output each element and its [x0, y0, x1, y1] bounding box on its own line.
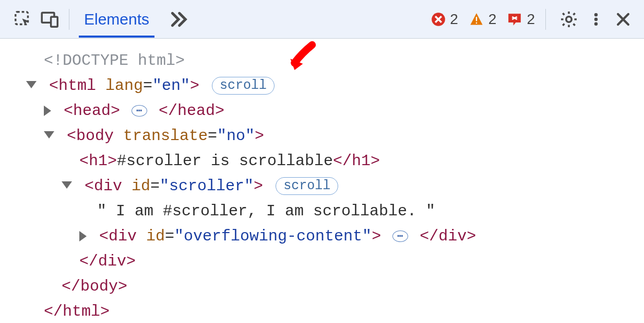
elements-tree: <!DOCTYPE html> <html lang="en"> scroll … [0, 39, 644, 323]
disclosure-triangle-icon[interactable] [79, 231, 87, 241]
settings-icon[interactable] [555, 6, 582, 33]
toolbar-separator [69, 9, 69, 30]
toolbar-separator [545, 9, 546, 30]
svg-rect-2 [51, 17, 58, 27]
text-node-line[interactable]: " I am #scroller, I am scrollable. " [0, 199, 644, 224]
more-tabs-button[interactable] [168, 9, 189, 30]
svg-rect-5 [476, 22, 477, 23]
disclosure-triangle-icon[interactable] [26, 81, 37, 88]
ellipsis-icon[interactable]: ⋯ [132, 105, 147, 117]
warning-count: 2 [488, 11, 497, 28]
body-open-line[interactable]: <body translate="no"> [0, 123, 644, 148]
kebab-menu-icon[interactable] [582, 6, 610, 33]
error-icon [431, 12, 446, 27]
ellipsis-icon[interactable]: ⋯ [392, 230, 408, 242]
device-toolbar-icon[interactable] [37, 6, 64, 33]
issue-counts[interactable]: 2 2 2 [431, 11, 540, 28]
disclosure-triangle-icon[interactable] [44, 131, 54, 139]
svg-point-7 [594, 13, 598, 17]
disclosure-triangle-icon[interactable] [62, 181, 72, 189]
scroller-div-open-line[interactable]: <div id="scroller"> scroll [0, 174, 644, 199]
inspect-element-icon[interactable] [9, 6, 37, 33]
scroll-badge[interactable]: scroll [212, 77, 275, 95]
annotation-arrow [283, 39, 325, 80]
head-line[interactable]: <head> ⋯ </head> [0, 98, 644, 123]
svg-point-6 [566, 16, 572, 22]
svg-point-9 [594, 22, 598, 26]
overflow-div-line[interactable]: <div id="overflowing-content"> ⋯ </div> [0, 224, 644, 249]
svg-rect-4 [476, 17, 477, 21]
doctype-text: <!DOCTYPE html> [44, 52, 185, 70]
disclosure-triangle-icon[interactable] [44, 106, 51, 116]
error-count: 2 [450, 11, 458, 28]
body-close-line[interactable]: </body> [0, 274, 644, 299]
issues-count: 2 [527, 11, 535, 28]
issues-icon [507, 13, 522, 26]
devtools-toolbar: Elements 2 2 2 [0, 0, 644, 39]
html-close-line[interactable]: </html> [0, 299, 644, 323]
close-icon[interactable] [610, 6, 637, 33]
svg-point-8 [594, 17, 598, 21]
warning-icon [469, 12, 484, 27]
tab-elements[interactable]: Elements [79, 1, 154, 38]
scroller-div-close-line[interactable]: </div> [0, 249, 644, 274]
h1-line[interactable]: <h1>#scroller is scrollable</h1> [0, 148, 644, 174]
scroll-badge[interactable]: scroll [276, 177, 338, 195]
